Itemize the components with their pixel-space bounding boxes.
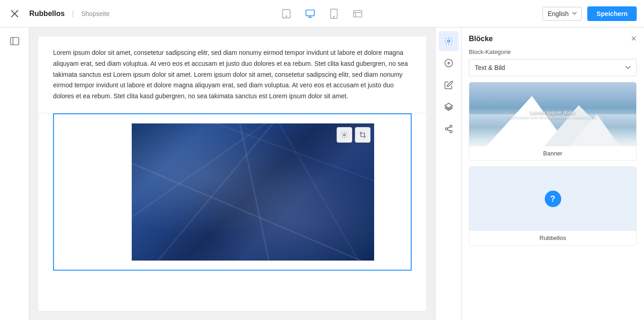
- blocks-header: Blöcke ✕: [469, 35, 637, 43]
- topbar: Rubbellos | Shopseite: [0, 0, 644, 27]
- svg-line-23: [447, 129, 450, 131]
- sidebar-add-icon[interactable]: [439, 53, 459, 73]
- image-right-space: [374, 123, 402, 261]
- shop-link[interactable]: Shopseite: [81, 10, 110, 17]
- svg-rect-4: [306, 10, 314, 16]
- svg-point-15: [447, 40, 450, 43]
- topbar-right: English Speichern: [542, 6, 637, 21]
- language-selector[interactable]: English: [542, 7, 582, 21]
- sidebar-toggle-button[interactable]: [5, 31, 25, 51]
- banner-subtitle: Lorem ipsum dolor sit amet, consetetur s…: [508, 115, 597, 119]
- block-thumb-rubbellos: ?: [469, 167, 636, 231]
- block-label-rubbellos: Rubbellos: [469, 231, 636, 245]
- image-block[interactable]: [53, 113, 412, 271]
- text-paragraph: Lorem ipsum dolor sit amet, consetetur s…: [53, 48, 412, 102]
- block-thumb-banner: Lorem ipsum dolor Lorem ipsum dolor sit …: [469, 82, 636, 146]
- svg-point-22: [450, 130, 452, 133]
- blocks-panel-container: Blöcke ✕ Block-Kategorie Text & Bild Med…: [461, 27, 644, 320]
- sidebar-settings-icon[interactable]: [439, 31, 459, 51]
- block-card-rubbellos[interactable]: ? Rubbellos: [469, 166, 637, 245]
- sidebar-edit-icon[interactable]: [439, 75, 459, 95]
- app-title: Rubbellos: [29, 10, 64, 18]
- blocks-panel: Blöcke ✕ Block-Kategorie Text & Bild Med…: [462, 27, 644, 320]
- canvas-content: Lorem ipsum dolor sit amet, consetetur s…: [38, 37, 426, 311]
- question-mark-icon: ?: [545, 191, 561, 207]
- sidebar-layers-icon[interactable]: [439, 97, 459, 117]
- ice-texture: [132, 123, 374, 261]
- svg-point-21: [445, 128, 447, 130]
- canvas-area[interactable]: Lorem ipsum dolor sit amet, consetetur s…: [29, 27, 435, 320]
- left-sidebar: [0, 27, 29, 320]
- divider: |: [72, 10, 74, 18]
- banner-overlay-text: Lorem ipsum dolor Lorem ipsum dolor sit …: [508, 110, 597, 119]
- category-select[interactable]: Text & Bild Media Layout Navigation: [469, 59, 637, 76]
- close-button[interactable]: [7, 6, 22, 21]
- language-label: English: [547, 10, 569, 17]
- svg-rect-9: [354, 10, 362, 16]
- sidebar-share-icon[interactable]: [439, 119, 459, 139]
- close-panel-button[interactable]: ✕: [631, 35, 637, 43]
- right-sidebar: [435, 27, 461, 320]
- ice-image: [132, 123, 374, 261]
- image-left-space: [63, 123, 132, 261]
- category-section: Block-Kategorie Text & Bild Media Layout…: [469, 48, 637, 76]
- save-button[interactable]: Speichern: [587, 6, 637, 21]
- category-label: Block-Kategorie: [469, 48, 637, 55]
- svg-line-24: [447, 127, 450, 128]
- desktop-view-button[interactable]: [303, 6, 317, 21]
- main-layout: Lorem ipsum dolor sit amet, consetetur s…: [0, 27, 644, 320]
- image-controls: [337, 127, 370, 143]
- svg-point-20: [450, 125, 452, 128]
- rubbellos-thumbnail-image: ?: [469, 167, 636, 231]
- preview-button[interactable]: [350, 6, 365, 21]
- svg-point-14: [343, 134, 345, 136]
- tablet-view-button[interactable]: [279, 6, 294, 21]
- mobile-view-button[interactable]: [327, 6, 341, 21]
- svg-rect-12: [11, 37, 19, 45]
- banner-title: Lorem ipsum dolor: [508, 110, 597, 115]
- block-card-banner[interactable]: Lorem ipsum dolor Lorem ipsum dolor sit …: [469, 82, 637, 161]
- image-settings-button[interactable]: [337, 127, 352, 143]
- svg-point-3: [286, 16, 287, 16]
- device-switcher: [279, 6, 365, 21]
- block-label-banner: Banner: [469, 146, 636, 160]
- blocks-title: Blöcke: [469, 35, 493, 43]
- image-crop-button[interactable]: [355, 127, 370, 143]
- svg-point-8: [333, 16, 334, 17]
- banner-thumbnail-image: Lorem ipsum dolor Lorem ipsum dolor sit …: [469, 82, 636, 146]
- text-block: Lorem ipsum dolor sit amet, consetetur s…: [38, 37, 426, 113]
- image-inner: [63, 123, 402, 261]
